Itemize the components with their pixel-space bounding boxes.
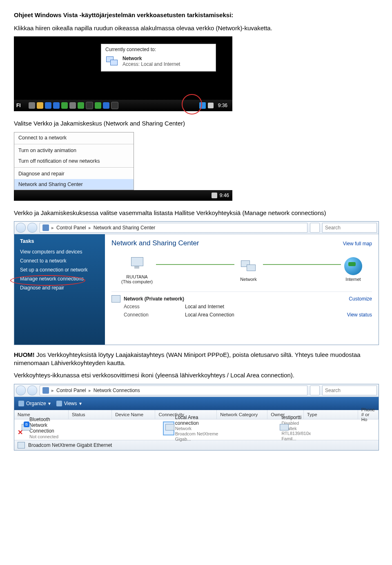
col-device[interactable]: Device Name [112, 410, 155, 419]
disabled-x-icon: ✕ [18, 428, 23, 436]
network-tooltip: Currently connected to: Network Access: … [101, 44, 216, 72]
tasks-sidebar: Tasks View computers and devices Connect… [14, 234, 105, 345]
map-node-internet: Internet [344, 257, 362, 282]
breadcrumb[interactable]: ▸ Control Panel ▸ Network Connections [40, 386, 307, 395]
nav-buttons [16, 223, 37, 233]
network-access: Access: Local and Internet [122, 61, 180, 67]
screenshot-network-connections: ▸ Control Panel ▸ Network Connections Se… [14, 384, 379, 451]
computer-icon [126, 255, 148, 273]
organize-icon [18, 401, 24, 406]
status-bar-text: Broadcom NetXtreme Gigabit Ethernet [28, 442, 112, 448]
tray-icon[interactable] [95, 102, 101, 109]
back-button[interactable] [16, 386, 26, 395]
volume-icon[interactable] [212, 193, 217, 198]
tray-icon[interactable] [29, 102, 35, 109]
adapter-icon [18, 442, 25, 448]
node-label: Internet [344, 277, 362, 282]
adapter-icon [164, 422, 174, 435]
conn-device: Broadcom NetXtreme Gigab... [175, 431, 220, 442]
tray-icon[interactable] [53, 102, 60, 109]
adapter-icon [278, 422, 280, 435]
refresh-button[interactable] [310, 223, 320, 233]
back-button[interactable] [16, 223, 26, 233]
tray-icon[interactable] [61, 102, 68, 109]
views-button[interactable]: Views ▾ [56, 401, 82, 406]
volume-icon[interactable] [208, 103, 214, 108]
screenshot-context-menu: Connect to a network Turn on activity an… [14, 132, 232, 201]
organize-button[interactable]: Organize ▾ [18, 401, 51, 406]
screenshot-tray-popup: Currently connected to: Network Access: … [14, 36, 232, 111]
menu-network-sharing-center[interactable]: Network and Sharing Center [14, 179, 134, 190]
system-tray [29, 102, 118, 109]
page-heading: Ohjeet Windows Vista -käyttöjärjestelmän… [14, 11, 378, 18]
chevron-right-icon: ▸ [89, 225, 91, 231]
network-name: Network [122, 56, 180, 61]
table-row[interactable]: ✕ B Bluetooth Network Connection Not con… [17, 421, 376, 436]
network-section: Network (Private network) Customize Acce… [111, 291, 372, 321]
map-node-this-computer: RUUTANA (This computer) [121, 255, 153, 284]
chevron-right-icon: ▸ [51, 225, 54, 231]
control-panel-icon [42, 387, 49, 394]
customize-link[interactable]: Customize [349, 296, 372, 302]
menu-separator [14, 144, 134, 144]
breadcrumb-item[interactable]: Control Panel [56, 225, 86, 231]
highlight-circle-icon [182, 94, 202, 114]
conn-sub: Network [175, 426, 220, 431]
network-context-menu: Connect to a network Turn on activity an… [14, 132, 134, 190]
view-full-map-link[interactable]: View full map [343, 241, 372, 247]
tray-icon[interactable] [111, 102, 118, 109]
network-map: RUUTANA (This computer) Network Internet [111, 251, 372, 291]
sidebar-item-setup-connection[interactable]: Set up a connection or network [20, 265, 105, 274]
taskbar-clock: 9:46 [220, 193, 229, 198]
breadcrumb-item[interactable]: Control Panel [56, 388, 86, 393]
breadcrumb-item[interactable]: Network and Sharing Center [94, 225, 155, 231]
refresh-button[interactable] [310, 386, 320, 395]
view-status-link[interactable]: View status [347, 312, 372, 318]
menu-turn-off-notification[interactable]: Turn off notification of new networks [14, 156, 134, 166]
kv-key-access: Access [124, 304, 185, 309]
chevron-down-icon: ▾ [48, 401, 51, 406]
taskbar: 9:46 [14, 190, 232, 201]
menu-connect-network[interactable]: Connect to a network [14, 132, 134, 143]
network-title: Network (Private network) [124, 296, 184, 302]
breadcrumb[interactable]: ▸ Control Panel ▸ Network and Sharing Ce… [40, 223, 307, 233]
col-phone[interactable]: Phone # or Ho [358, 410, 379, 419]
conn-name: testiportti [281, 415, 311, 421]
breadcrumb-item[interactable]: Network Connections [94, 388, 140, 393]
col-category[interactable]: Network Category [217, 410, 267, 419]
globe-icon [344, 257, 362, 275]
col-status[interactable]: Status [69, 410, 112, 419]
address-bar: ▸ Control Panel ▸ Network and Sharing Ce… [14, 222, 379, 234]
conn-status: Not connected [29, 434, 69, 439]
highlight-oval-icon [10, 275, 85, 286]
forward-button[interactable] [27, 386, 37, 395]
tray-icon[interactable] [103, 102, 109, 109]
search-input[interactable]: Search [322, 386, 377, 395]
map-node-network: Network [238, 257, 260, 282]
conn-name: Bluetooth Network Connection [29, 417, 69, 434]
sidebar-item-view-devices[interactable]: View computers and devices [20, 247, 105, 256]
adapter-icon: ✕ B [20, 422, 28, 435]
search-input[interactable]: Search [322, 223, 377, 233]
menu-diagnose-repair[interactable]: Diagnose and repair [14, 168, 134, 179]
map-connector-icon [156, 264, 234, 265]
sidebar-item-connect-network[interactable]: Connect to a network [20, 256, 105, 265]
toolbar: Organize ▾ Views ▾ [14, 397, 379, 410]
kv-value-connection: Local Area Connection [185, 312, 234, 318]
tray-icon[interactable] [69, 102, 76, 109]
language-indicator[interactable]: FI [16, 103, 21, 108]
views-icon [56, 401, 62, 406]
menu-activity-animation[interactable]: Turn on activity animation [14, 145, 134, 156]
conn-name: Local Area connection [175, 415, 220, 426]
taskbar-clock: 9:36 [218, 103, 227, 108]
tray-icon[interactable] [78, 102, 84, 109]
node-label: RUUTANA [121, 274, 153, 279]
tray-icon[interactable] [45, 102, 51, 109]
connections-list: ✕ B Bluetooth Network Connection Not con… [14, 419, 379, 440]
paragraph-2: Valitse Verkko ja Jakamiskeskus (Network… [14, 119, 378, 128]
tray-icon[interactable] [37, 102, 43, 109]
forward-button[interactable] [27, 223, 37, 233]
tray-icon[interactable] [86, 102, 93, 109]
huom-text: Jos Verkkoyhteyksistä löytyy Laajakaista… [14, 351, 361, 366]
screenshot-network-sharing-center: ▸ Control Panel ▸ Network and Sharing Ce… [14, 221, 379, 345]
